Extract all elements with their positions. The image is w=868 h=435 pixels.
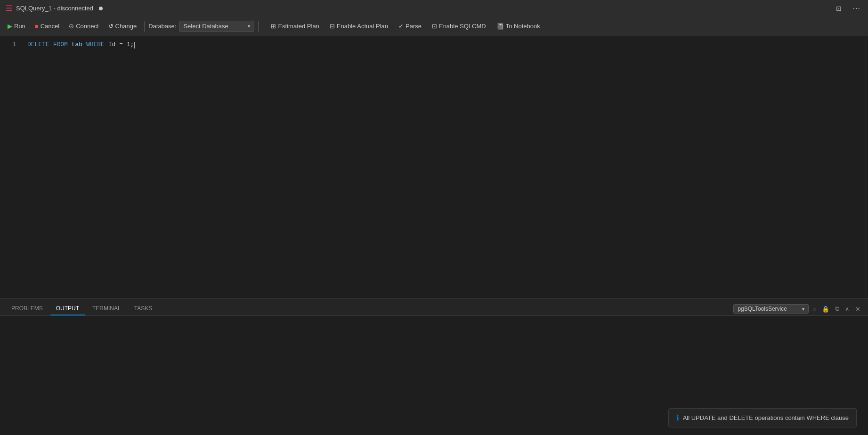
line-numbers: 1 [0, 36, 24, 298]
tab-tasks[interactable]: TASKS [129, 302, 158, 315]
enable-sqlcmd-label: Enable SQLCMD [439, 23, 486, 30]
output-channel-value: pgSQLToolsService [738, 306, 787, 312]
layout-icon[interactable]: ⊡ [834, 3, 844, 14]
actual-plan-icon: ⊟ [330, 23, 335, 30]
to-notebook-button[interactable]: 📓 To Notebook [492, 21, 545, 32]
panel-tab-actions: pgSQLToolsService ▾ ≡ 🔒 ⧉ ∧ ✕ [733, 304, 862, 315]
title-bar-controls: ⊡ ··· [834, 2, 862, 15]
tab-tasks-label: TASKS [134, 305, 152, 312]
space-3 [82, 40, 86, 50]
database-label: Database: [148, 23, 176, 30]
cancel-icon: ■ [35, 23, 39, 30]
title-bar-left: ☰ SQLQuery_1 - disconnected [6, 4, 103, 13]
keyword-from: FROM [53, 40, 68, 50]
tab-terminal[interactable]: TERMINAL [87, 302, 127, 315]
toolbar-separator-2 [258, 21, 259, 32]
enable-actual-plan-label: Enable Actual Plan [337, 23, 388, 30]
output-close-icon[interactable]: ✕ [853, 305, 862, 314]
unsaved-dot-icon [99, 7, 103, 10]
query-actions: ⊞ Estimated Plan ⊟ Enable Actual Plan ✓ … [266, 21, 544, 32]
vertical-scrollbar[interactable] [863, 36, 868, 298]
connect-icon: ⊙ [69, 23, 74, 30]
estimated-plan-icon: ⊞ [271, 23, 276, 30]
code-line-1: DELETE FROM tab WHERE Id = 1 ; [24, 40, 863, 50]
output-list-icon[interactable]: ≡ [811, 305, 818, 314]
run-label: Run [14, 23, 25, 30]
run-icon: ▶ [8, 23, 12, 30]
title-bar: ☰ SQLQuery_1 - disconnected ⊡ ··· [0, 0, 868, 16]
database-dropdown[interactable]: Select Database ▾ [179, 21, 254, 32]
panel-content[interactable]: ℹ All UPDATE and DELETE operations conta… [0, 316, 868, 435]
tab-output[interactable]: OUTPUT [50, 302, 85, 315]
space-4 [105, 40, 108, 50]
scrollbar-track [866, 36, 866, 298]
enable-actual-plan-button[interactable]: ⊟ Enable Actual Plan [325, 21, 393, 32]
output-copy-icon[interactable]: ⧉ [833, 304, 841, 314]
app-logo-icon: ☰ [6, 4, 12, 13]
output-collapse-icon[interactable]: ∧ [843, 305, 852, 314]
parse-icon: ✓ [398, 23, 404, 30]
change-icon: ↺ [108, 23, 114, 30]
semicolon: ; [130, 40, 134, 50]
sqlcmd-icon: ⊡ [432, 23, 437, 30]
table-name: tab [72, 40, 82, 50]
notification-text: All UPDATE and DELETE operations contain… [683, 414, 849, 421]
value-1: 1 [127, 40, 130, 50]
cancel-label: Cancel [41, 23, 59, 30]
bottom-panel: PROBLEMS OUTPUT TERMINAL TASKS pgSQLTool… [0, 298, 868, 435]
line-number-1: 1 [0, 40, 16, 50]
output-dropdown-arrow-icon: ▾ [802, 306, 804, 312]
change-label: Change [115, 23, 137, 30]
space-1 [49, 40, 53, 50]
operator: = [119, 40, 123, 50]
estimated-plan-label: Estimated Plan [278, 23, 319, 30]
connect-button[interactable]: ⊙ Connect [65, 21, 102, 32]
enable-sqlcmd-button[interactable]: ⊡ Enable SQLCMD [427, 21, 491, 32]
panel-tabs: PROBLEMS OUTPUT TERMINAL TASKS pgSQLTool… [0, 299, 868, 316]
notebook-icon: 📓 [496, 23, 504, 30]
tab-problems-label: PROBLEMS [11, 305, 43, 312]
notification-info-icon: ℹ [676, 413, 679, 422]
to-notebook-label: To Notebook [506, 23, 540, 30]
space-5 [115, 40, 119, 50]
space-6 [123, 40, 127, 50]
tab-output-label: OUTPUT [56, 305, 79, 312]
id-column: Id [108, 40, 116, 50]
parse-button[interactable]: ✓ Parse [394, 21, 426, 32]
database-section: Database: Select Database ▾ [148, 21, 254, 32]
dropdown-arrow-icon: ▾ [248, 24, 250, 29]
estimated-plan-button[interactable]: ⊞ Estimated Plan [266, 21, 324, 32]
text-cursor [134, 42, 135, 48]
toolbar-separator [144, 21, 145, 32]
cancel-button[interactable]: ■ Cancel [31, 21, 63, 32]
change-button[interactable]: ↺ Change [105, 21, 141, 32]
select-database-value: Select Database [183, 23, 228, 30]
editor-area[interactable]: 1 DELETE FROM tab WHERE Id = 1 ; [0, 36, 868, 298]
keyword-where: WHERE [86, 40, 105, 50]
tab-terminal-label: TERMINAL [92, 305, 121, 312]
more-options-icon[interactable]: ··· [851, 2, 862, 15]
connect-label: Connect [76, 23, 98, 30]
output-lock-icon[interactable]: 🔒 [820, 305, 831, 314]
title-bar-title: SQLQuery_1 - disconnected [16, 5, 93, 12]
notification-toast: ℹ All UPDATE and DELETE operations conta… [668, 408, 857, 427]
keyword-delete: DELETE [27, 40, 49, 50]
editor-content[interactable]: DELETE FROM tab WHERE Id = 1 ; [24, 36, 863, 298]
query-toolbar: ▶ Run ■ Cancel ⊙ Connect ↺ Change Databa… [0, 16, 868, 36]
space-2 [68, 40, 72, 50]
tab-problems[interactable]: PROBLEMS [6, 302, 49, 315]
parse-label: Parse [406, 23, 422, 30]
output-channel-dropdown[interactable]: pgSQLToolsService ▾ [733, 304, 809, 314]
run-button[interactable]: ▶ Run [4, 21, 29, 32]
